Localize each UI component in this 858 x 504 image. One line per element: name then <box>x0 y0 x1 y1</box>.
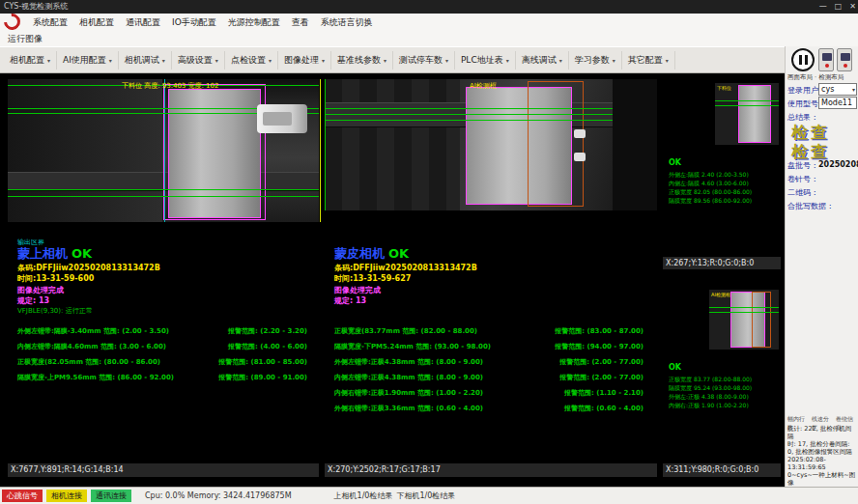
tab-run-image[interactable]: 运行图像 <box>8 33 43 45</box>
window-title: CYS-视觉检测系统 <box>4 2 68 11</box>
measurement-row: 正极宽度(83.77mm 范围: (82.00 - 88.00)报警范围: (8… <box>334 326 644 336</box>
camera-image-left[interactable]: 下料位 高度: 93.403 宽度: 102 <box>8 79 319 222</box>
measurement-row: 正极宽度(82.05mm 范围: (80.00 - 86.00)报警范围: (8… <box>17 357 307 367</box>
cpu-memory-text: Cpu: 0.0% Memory: 3424.41796875M <box>145 491 292 500</box>
toolbar-tab-advanced[interactable]: 高级设置▾ <box>172 51 225 70</box>
heartbeat-status-badge: 心跳信号 <box>2 490 43 502</box>
edge-marker-line <box>164 79 165 222</box>
comm-link-status-badge: 通讯连接 <box>91 490 131 502</box>
chevron-down-icon: ▾ <box>613 57 615 64</box>
measure-line <box>325 120 657 121</box>
window-controls: — □ ✕ <box>819 0 856 14</box>
toolbar-tab-baseline-params[interactable]: 基准线参数▾ <box>331 51 393 70</box>
machine-shadow <box>613 79 657 210</box>
measurement-row: 外侧左锂带:隔膜-3.40mm 范围: (2.00 - 3.50)报警范围: (… <box>17 326 307 336</box>
toolbar-tab-plc-address[interactable]: PLC地址表▾ <box>455 51 516 70</box>
barcode-text: 条码:DFFJiiw2025020813313472B <box>334 263 477 273</box>
toolbar-tab-learning-params[interactable]: 学习参数▾ <box>569 51 622 70</box>
chevron-down-icon: ▾ <box>109 57 112 64</box>
measurement-row: 内侧左锂带:隔膜4.60mm 范围: (3.00 - 6.00)报警范围: (4… <box>17 342 307 351</box>
titlebar: CYS-视觉检测系统 — □ ✕ <box>0 0 858 14</box>
model-field[interactable]: Mode11 <box>818 97 857 109</box>
extra-status-text: VFJBLE(9,30): 运行正常 <box>17 306 93 316</box>
chevron-down-icon: ▾ <box>322 57 325 64</box>
preview-measure-lines: 正极宽度 83.77 (82.00-88.00) 隔膜宽度 95.24 (93.… <box>669 375 752 409</box>
maximize-button[interactable]: □ <box>835 0 843 14</box>
cursor-status-right: X:270;Y:2502;R:17;G:17;B:17 <box>325 463 657 477</box>
chevron-down-icon: ▾ <box>47 57 50 64</box>
measurement-row: 隔膜宽度-上PM9.56mm 范围: (86.00 - 92.00)报警范围: … <box>17 373 307 382</box>
record-dot-icon <box>825 64 829 68</box>
measure-line <box>325 108 657 109</box>
chevron-down-icon: ▾ <box>852 84 855 96</box>
measure-line <box>715 105 779 106</box>
preview-camera-1[interactable]: 下料位 OK 外侧左:隔膜 2.40 (2.00-3.50) 内侧左:隔膜 4.… <box>663 73 781 257</box>
toolbar-tab-camera-config[interactable]: 相机配置▾ <box>4 51 57 70</box>
ok-status: OK <box>669 158 681 167</box>
count-text: 规定: 13 <box>17 295 49 306</box>
preview-camera-2[interactable]: AI检测框 OK 正极宽度 83.77 (82.00-88.00) 隔膜宽度 9… <box>663 278 781 460</box>
gripper-detail <box>263 112 292 126</box>
reflection-glint <box>574 153 586 161</box>
minimize-button[interactable]: — <box>819 0 827 14</box>
pause-icon <box>799 55 802 65</box>
menu-item-comm-config[interactable]: 通讯配置 <box>120 16 166 29</box>
menu-item-system-config[interactable]: 系统配置 <box>27 16 73 29</box>
login-user-select[interactable]: cys▾ <box>818 83 857 96</box>
barcode-text: 条码:DFFJiiw2025020813313472B <box>17 263 160 273</box>
lower-camera-result-text: 下相机1/0检结果 <box>396 490 455 501</box>
camera-icon <box>841 53 850 61</box>
ok-status: OK <box>388 246 409 261</box>
camera-name: 蒙皮相机 <box>334 246 385 261</box>
menu-item-view[interactable]: 查看 <box>286 16 315 29</box>
cursor-status-preview-2: X:311;Y:980;R:0;G:0;B:0 <box>663 463 781 477</box>
product-region <box>738 85 771 143</box>
measure-line <box>325 114 657 115</box>
preview-measure-lines: 外侧左:隔膜 2.40 (2.00-3.50) 内侧左:隔膜 4.60 (3.0… <box>669 170 752 205</box>
camera-toggle-button-1[interactable] <box>818 48 834 71</box>
photo-overlay-label: AI检测框 <box>470 81 497 91</box>
preview-thumb: AI检测框 <box>709 290 779 350</box>
toolbar-tab-spot-check[interactable]: 点检设置▾ <box>225 51 278 70</box>
process-done-text: 图像处理完成 <box>334 285 381 295</box>
chevron-down-icon: ▾ <box>162 57 165 64</box>
view-tab-row: 运行图像 <box>0 31 858 46</box>
chevron-down-icon: ▾ <box>666 57 669 64</box>
toolbar: 相机配置▾ AI使用配置▾ 相机调试▾ 高级设置▾ 点检设置▾ 图像处理▾ 基准… <box>0 46 785 73</box>
chevron-down-icon: ▾ <box>559 57 562 64</box>
measure-line <box>8 196 319 197</box>
thumb-overlay-label: AI检测框 <box>711 292 730 297</box>
menu-item-language[interactable]: 系统语言切换 <box>315 16 379 29</box>
process-done-text: 图像处理完成 <box>17 285 64 295</box>
toolbar-tab-other-config[interactable]: 其它配置▾ <box>622 51 675 70</box>
camera-link-status-badge: 相机连接 <box>46 490 87 502</box>
toolbar-tab-ai-config[interactable]: AI使用配置▾ <box>57 51 119 70</box>
ok-status: OK <box>72 246 92 261</box>
pause-button[interactable] <box>791 48 815 71</box>
measurement-row: 隔膜宽度-下PM5.24mm 范围: (93.00 - 98.00)报警范围: … <box>334 342 644 351</box>
machine-background <box>8 79 162 222</box>
batch-label: 盘批号： <box>787 160 818 171</box>
camera-toggle-button-2[interactable] <box>837 48 852 71</box>
toolbar-tab-camera-debug[interactable]: 相机调试▾ <box>119 51 172 70</box>
toolbar-tab-offline-debug[interactable]: 离线调试▾ <box>516 51 569 70</box>
toolbar-tab-image-process[interactable]: 图像处理▾ <box>278 51 331 70</box>
layout-switcher[interactable]: 画面布局 · 检测布局 <box>787 73 857 82</box>
cursor-status-left: X:7677,Y:891;R:14;G:14;B:14 <box>8 463 319 477</box>
result-line-right: 蒙皮相机OK <box>334 245 409 263</box>
chevron-down-icon: ▾ <box>215 57 218 64</box>
batch-value: 20250208 <box>818 160 858 169</box>
menu-item-light-control[interactable]: 光源控制配置 <box>222 16 286 29</box>
menu-item-camera-config[interactable]: 相机配置 <box>73 16 120 29</box>
measurement-row: 外侧左锂带:正极4.38mm 范围: (8.00 - 9.00)报警范围: (2… <box>334 357 644 367</box>
chevron-down-icon: ▾ <box>506 57 509 64</box>
camera-name: 蒙上相机 <box>17 246 68 261</box>
edge-marker-line <box>325 79 326 210</box>
measurement-row: 内侧右锂带:正极1.90mm 范围: (1.00 - 2.20)报警范围: (1… <box>334 388 644 398</box>
ai-detect-frame <box>528 81 584 207</box>
camera-image-right[interactable]: AI检测框 <box>325 79 657 210</box>
close-button[interactable]: ✕ <box>849 0 856 14</box>
toolbar-tab-test-stop[interactable]: 测试停车数▾ <box>393 51 455 70</box>
menu-item-io-manual[interactable]: IO手动配置 <box>166 16 222 29</box>
merge-label: 合批写数据： <box>787 201 834 211</box>
